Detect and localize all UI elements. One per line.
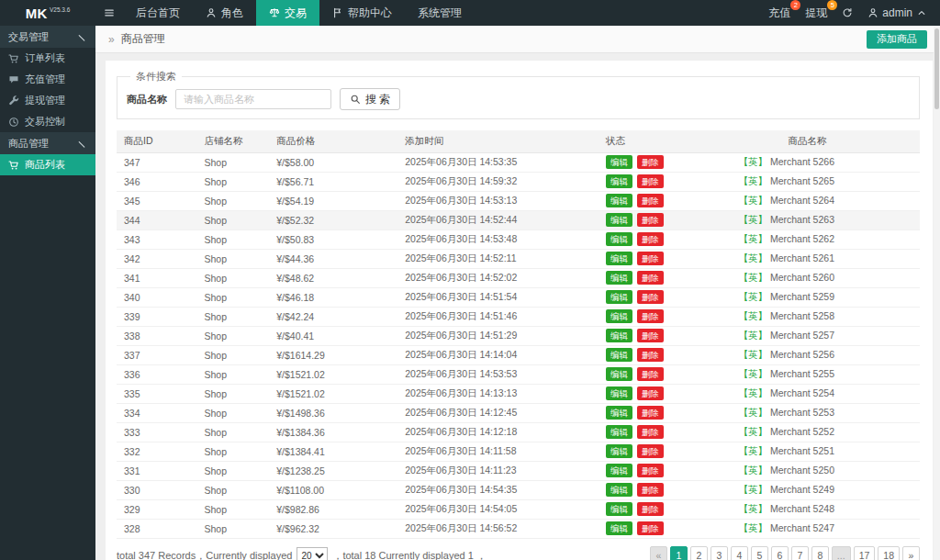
search-panel-legend: 条件搜索	[130, 70, 182, 84]
page-button-page-2[interactable]: 2	[690, 546, 708, 560]
table-row: 343 Shop ¥/$50.83 2025年06月30日 14:53:48 编…	[117, 230, 920, 249]
top-navbar: MK V25.3.6 后台首页角色交易帮助中心系统管理 充值2提现5admin	[0, 0, 940, 26]
cell-added-time: 2025年06月30日 14:14:04	[397, 345, 599, 364]
page-button-page-6[interactable]: 6	[771, 546, 789, 560]
edit-button[interactable]: 编辑	[606, 232, 632, 246]
delete-button[interactable]: 删除	[637, 329, 664, 342]
page-button-next[interactable]: »	[902, 546, 920, 560]
navbar-link-label: 充值	[768, 6, 790, 21]
edit-button[interactable]: 编辑	[606, 483, 632, 497]
navbar-link-withdraw[interactable]: 提现5	[805, 6, 827, 21]
edit-button[interactable]: 编辑	[606, 502, 632, 516]
refresh-button[interactable]	[842, 7, 853, 18]
delete-button[interactable]: 删除	[637, 406, 664, 420]
scrollbar-thumb[interactable]	[934, 28, 939, 109]
edit-button[interactable]: 编辑	[606, 406, 632, 420]
sidebar-item-trade-control[interactable]: 交易控制	[0, 111, 95, 132]
page-button-prev[interactable]: «	[650, 546, 667, 560]
page-button-page-1[interactable]: 1	[670, 546, 688, 560]
breadcrumb-label: 商品管理	[121, 31, 165, 47]
page-button-page-18[interactable]: 18	[878, 546, 900, 560]
product-name-input[interactable]	[175, 89, 331, 109]
delete-button[interactable]: 删除	[637, 213, 664, 227]
edit-button[interactable]: 编辑	[606, 464, 632, 477]
delete-button[interactable]: 删除	[637, 444, 664, 458]
column-header: 商品价格	[269, 130, 397, 152]
edit-button[interactable]: 编辑	[606, 521, 632, 535]
delete-button[interactable]: 删除	[637, 232, 664, 246]
edit-button[interactable]: 编辑	[606, 174, 632, 188]
add-product-button[interactable]: 添加商品	[867, 30, 927, 49]
page-button-ellipsis[interactable]: ...	[832, 546, 851, 560]
edit-button[interactable]: 编辑	[606, 444, 632, 458]
cell-status: 编辑删除	[599, 326, 711, 345]
page-button-page-7[interactable]: 7	[791, 546, 809, 560]
pages-total-text: ，total 18 Currently displayed 1 ，	[332, 549, 487, 560]
delete-button[interactable]: 删除	[637, 174, 664, 188]
delete-button[interactable]: 删除	[637, 309, 664, 323]
edit-button[interactable]: 编辑	[606, 194, 632, 207]
edit-button[interactable]: 编辑	[606, 252, 632, 265]
delete-button[interactable]: 删除	[637, 483, 664, 497]
delete-button[interactable]: 删除	[637, 348, 664, 362]
nav-item-help[interactable]: 帮助中心	[319, 0, 405, 26]
delete-button[interactable]: 删除	[637, 386, 664, 400]
delete-button[interactable]: 删除	[637, 252, 664, 265]
edit-button[interactable]: 编辑	[606, 367, 632, 381]
page-size-select[interactable]: 20	[297, 547, 328, 560]
cell-shop-name: Shop	[197, 461, 270, 480]
page-button-page-3[interactable]: 3	[711, 546, 728, 560]
cell-product-id: 334	[117, 403, 197, 422]
cell-price: ¥/$44.36	[269, 249, 397, 268]
cell-added-time: 2025年06月30日 14:53:48	[397, 230, 599, 249]
delete-button[interactable]: 删除	[637, 425, 664, 439]
nav-item-home[interactable]: 后台首页	[123, 0, 193, 26]
page-button-page-5[interactable]: 5	[751, 546, 768, 560]
cell-product-name: 【英】 Merchant 5262	[711, 230, 921, 249]
delete-button[interactable]: 删除	[637, 521, 664, 535]
cell-added-time: 2025年06月30日 14:13:13	[397, 384, 599, 403]
sidebar-item-withdraw-mgmt[interactable]: 提现管理	[0, 90, 95, 111]
delete-button[interactable]: 删除	[637, 271, 664, 285]
edit-button[interactable]: 编辑	[606, 271, 632, 285]
page-button-page-17[interactable]: 17	[854, 546, 876, 560]
product-name: Merchant 5257	[770, 330, 834, 341]
delete-button[interactable]: 删除	[637, 502, 664, 516]
navbar-right: 充值2提现5admin	[768, 0, 940, 26]
navbar-link-recharge[interactable]: 充值2	[768, 6, 790, 21]
nav-item-trade[interactable]: 交易	[256, 0, 319, 26]
user-menu[interactable]: admin	[867, 6, 927, 19]
edit-button[interactable]: 编辑	[606, 329, 632, 342]
delete-button[interactable]: 删除	[637, 464, 664, 477]
scrollbar[interactable]	[934, 26, 940, 560]
cell-product-name: 【英】 Merchant 5265	[711, 172, 921, 191]
nav-item-system[interactable]: 系统管理	[405, 0, 475, 26]
sidebar-toggle-button[interactable]	[95, 0, 123, 26]
search-button[interactable]: 搜 索	[340, 88, 400, 110]
breadcrumb-arrow-icon: »	[108, 33, 115, 46]
delete-button[interactable]: 删除	[637, 290, 664, 304]
delete-button[interactable]: 删除	[637, 194, 664, 207]
delete-button[interactable]: 删除	[637, 155, 664, 169]
edit-button[interactable]: 编辑	[606, 290, 632, 304]
edit-button[interactable]: 编辑	[606, 386, 632, 400]
edit-button[interactable]: 编辑	[606, 309, 632, 323]
chevron-down-icon	[76, 31, 87, 42]
edit-button[interactable]: 编辑	[606, 425, 632, 439]
cell-product-id: 344	[117, 210, 197, 230]
search-button-label: 搜 索	[365, 92, 390, 107]
edit-button[interactable]: 编辑	[606, 348, 632, 362]
sidebar-item-recharge-mgmt[interactable]: 充值管理	[0, 69, 95, 90]
nav-item-roles[interactable]: 角色	[193, 0, 256, 26]
cell-added-time: 2025年06月30日 14:53:35	[397, 152, 599, 172]
sidebar-item-product-list[interactable]: 商品列表	[0, 154, 95, 175]
sidebar-section-trade-mgmt[interactable]: 交易管理	[0, 26, 95, 48]
page-button-page-4[interactable]: 4	[731, 546, 748, 560]
sidebar-item-order-list[interactable]: 订单列表	[0, 48, 95, 69]
sidebar-section-product-mgmt[interactable]: 商品管理	[0, 132, 95, 154]
edit-button[interactable]: 编辑	[606, 213, 632, 227]
cell-added-time: 2025年06月30日 14:54:35	[397, 480, 599, 499]
page-button-page-8[interactable]: 8	[811, 546, 829, 560]
edit-button[interactable]: 编辑	[606, 155, 632, 169]
delete-button[interactable]: 删除	[637, 367, 664, 381]
